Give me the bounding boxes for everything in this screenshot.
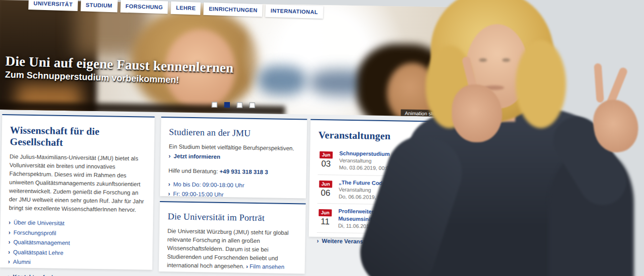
chevron-right-icon: ›	[9, 228, 11, 236]
event-body: „The Future Code“ 2019: KI und der Veran…	[339, 178, 447, 202]
interpreter-face	[465, 24, 529, 109]
card-science-links: ›Über die Universität ›Forschungsprofil …	[8, 218, 145, 276]
event-month: Jun	[319, 151, 333, 158]
event-body: Profilerweiterung mit der stud. Museumsi…	[338, 208, 446, 231]
carousel-dots	[212, 102, 255, 108]
card-portrait-title: Die Universität im Porträt	[168, 211, 297, 224]
carousel-dot-1[interactable]	[212, 102, 217, 108]
event-date: Di, 11.06.2019, 16:15 - 17:45	[338, 222, 446, 231]
link-jetzt-informieren[interactable]: ›Jetzt informieren	[169, 152, 298, 162]
hours-mo-do[interactable]: ›Mo bis Do: 09:00-18:00 Uhr	[168, 180, 298, 191]
chevron-right-icon: ›	[168, 180, 170, 188]
card-study-intro: Ein Studium bietet vielfältige Berufsper…	[169, 142, 298, 153]
website-frame: Die Uni auf eigene Faust kennenlernen Zu…	[0, 0, 459, 276]
event-row[interactable]: Jun 11 Profilerweiterung mit der stud. M…	[317, 204, 446, 235]
interpreter-mouth	[484, 85, 504, 90]
hero-carousel: Die Uni auf eigene Faust kennenlernen Zu…	[0, 0, 459, 117]
link-film-ansehen[interactable]: › Film ansehen	[246, 263, 284, 270]
interpreter-thumb	[594, 63, 604, 103]
nav-tab-studium[interactable]: STUDIUM	[80, 0, 118, 12]
event-day: 11	[317, 217, 333, 227]
nav-tab-international[interactable]: INTERNATIONAL	[265, 5, 323, 19]
interpreter-hand	[452, 84, 502, 142]
interpreter-finger	[461, 56, 478, 95]
nav-tab-forschung[interactable]: FORSCHUNG	[120, 0, 168, 14]
card-study: Studieren an der JMU Ein Studium bietet …	[160, 117, 307, 199]
chevron-right-icon: ›	[8, 238, 10, 246]
interpreter-torso	[548, 151, 634, 276]
link-alumni[interactable]: ›Alumni	[8, 257, 144, 268]
event-title[interactable]: Profilerweiterung mit der stud. Museumsi…	[338, 208, 446, 224]
event-body: Schnupperstudium Veranstaltung Mo, 03.06…	[339, 150, 447, 173]
event-date-badge: Jun 11	[317, 207, 334, 229]
event-row[interactable]: Jun 06 „The Future Code“ 2019: KI und de…	[317, 175, 447, 206]
link-qualitaetsmanagement[interactable]: ›Qualitätsmanagement	[8, 238, 144, 248]
hero-photo-blob	[16, 83, 82, 117]
event-row[interactable]: Jun 03 Schnupperstudium Veranstaltung Mo…	[318, 146, 447, 177]
link-forschungsprofil[interactable]: ›Forschungsprofil	[9, 228, 145, 239]
card-events-title: Veranstaltungen	[318, 129, 447, 143]
event-date-badge: Jun 06	[317, 178, 334, 200]
event-date-badge: Jun 03	[318, 149, 335, 171]
chevron-right-icon: ›	[8, 257, 10, 265]
carousel-dot-4[interactable]	[250, 103, 255, 108]
chevron-right-icon: ›	[316, 237, 318, 245]
nav-tab-lehre[interactable]: LEHRE	[171, 2, 201, 15]
event-month: Jun	[319, 180, 333, 188]
event-month: Jun	[318, 209, 332, 216]
event-day: 06	[317, 188, 334, 199]
carousel-dot-2[interactable]	[224, 102, 230, 108]
chevron-right-icon: ›	[8, 248, 10, 256]
interpreter-neck	[479, 97, 515, 122]
card-science-title: Wissenschaft für die Gesellschaft	[10, 124, 146, 149]
hours-fr[interactable]: ›Fr: 09:00-15:00 Uhr	[168, 190, 298, 200]
card-events: Veranstaltungen Jun 03 Schnupperstudium …	[309, 119, 456, 239]
chevron-right-icon: ›	[169, 152, 171, 160]
link-ueber-die-universitaet[interactable]: ›Über die Universität	[9, 218, 145, 229]
card-science-body: Die Julius-Maximilians-Universität (JMU)…	[9, 152, 146, 214]
interpreter-hair	[516, 40, 566, 128]
help-line: Hilfe und Beratung: +49 931 318 318 3	[169, 166, 298, 177]
card-science: Wissenschaft für die Gesellschaft Die Ju…	[0, 114, 154, 270]
stop-animation-button[interactable]: Animation stoppen	[400, 110, 450, 117]
event-date: Mo, 03.06.2019, 00:00 - 05.07.2019, 0	[339, 164, 447, 173]
office-hours: ›Mo bis Do: 09:00-18:00 Uhr ›Fr: 09:00-1…	[168, 180, 298, 200]
chevron-right-icon: ›	[9, 218, 11, 226]
interpreter-arm	[544, 108, 635, 214]
nav-tab-universitaet[interactable]: UNIVERSITÄT	[28, 0, 77, 11]
interpreter-finger	[604, 66, 628, 111]
chevron-right-icon: ›	[168, 190, 170, 198]
card-study-title: Studieren an der JMU	[169, 127, 299, 139]
interpreter-eye	[479, 58, 487, 62]
link-weitere-veranstaltungen[interactable]: ›Weitere Veranstaltungen	[316, 237, 445, 247]
link-qualitaetspakt-lehre[interactable]: ›Qualitätspakt Lehre	[8, 248, 144, 258]
interpreter-hand	[590, 97, 641, 155]
nav-tab-einrichtungen[interactable]: EINRICHTUNGEN	[204, 3, 263, 17]
hero-photo-blob	[258, 65, 306, 95]
event-date: Do, 06.06.2019, 08:00 - 07.06.20	[339, 193, 446, 202]
card-portrait: Die Universität im Porträt Die Universit…	[159, 201, 306, 274]
phone-number[interactable]: +49 931 318 318 3	[219, 168, 268, 175]
link-kontakt-aufnehmen[interactable]: ›Kontakt aufnehmen	[8, 272, 144, 276]
card-portrait-body: Die Universität Würzburg (JMU) steht für…	[167, 227, 297, 271]
event-day: 03	[318, 159, 334, 169]
carousel-dot-3[interactable]	[237, 102, 243, 108]
chevron-right-icon: ›	[8, 272, 10, 276]
interpreter-eye	[502, 58, 510, 62]
